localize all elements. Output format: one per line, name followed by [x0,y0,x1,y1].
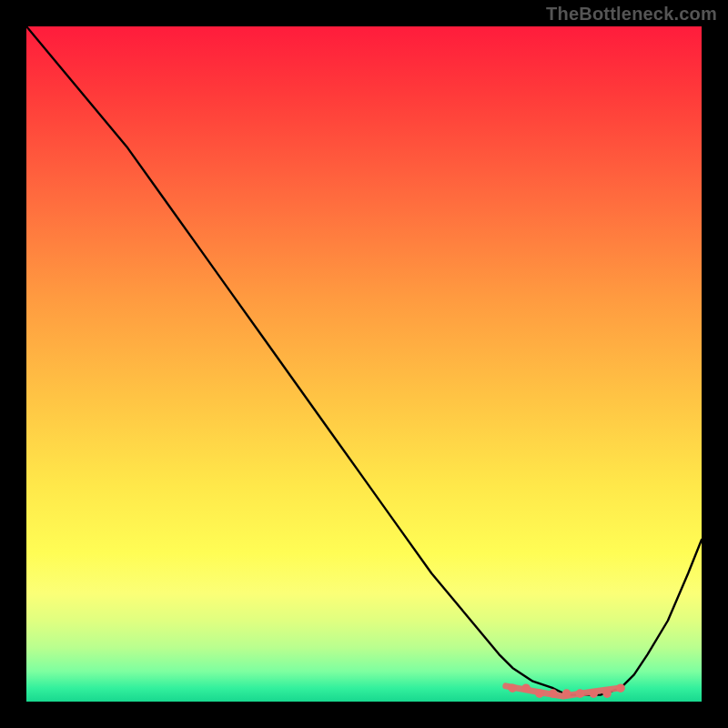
watermark-text: TheBottleneck.com [546,4,717,25]
bottleneck-curve [26,26,702,695]
plot-frame [26,26,702,702]
chart-overlay [26,26,702,702]
plot-inner [26,26,702,702]
highlight-dot [576,689,585,698]
highlight-dot [508,683,517,693]
highlight-dot [562,689,571,698]
highlight-dot [616,683,625,693]
highlight-dot [521,683,531,693]
highlight-dot [602,689,612,698]
curve-highlight-dots [508,683,624,697]
highlight-dot [590,689,599,698]
highlight-dot [535,689,544,698]
highlight-dot [549,689,558,698]
